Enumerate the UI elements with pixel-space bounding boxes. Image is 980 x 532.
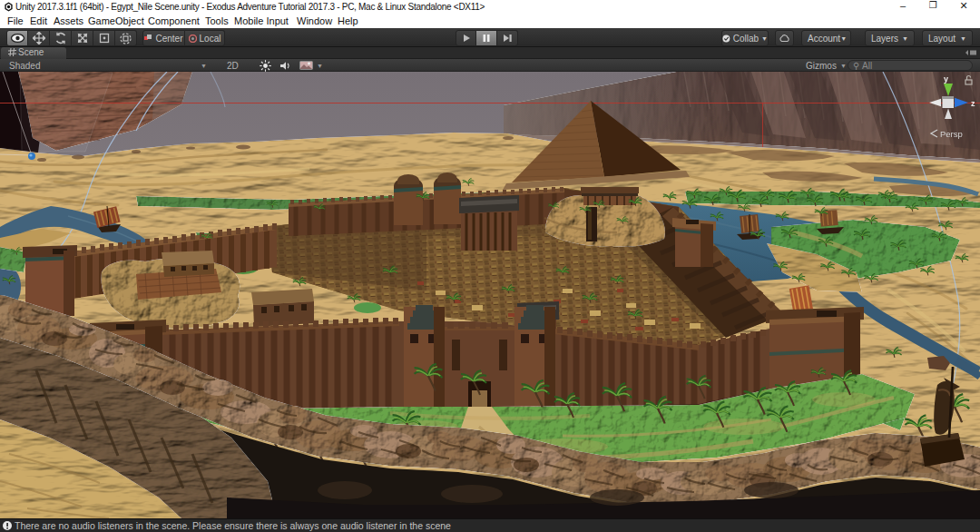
svg-text:Persp: Persp	[940, 129, 963, 139]
svg-text:z: z	[971, 99, 975, 108]
svg-text:y: y	[944, 74, 948, 84]
